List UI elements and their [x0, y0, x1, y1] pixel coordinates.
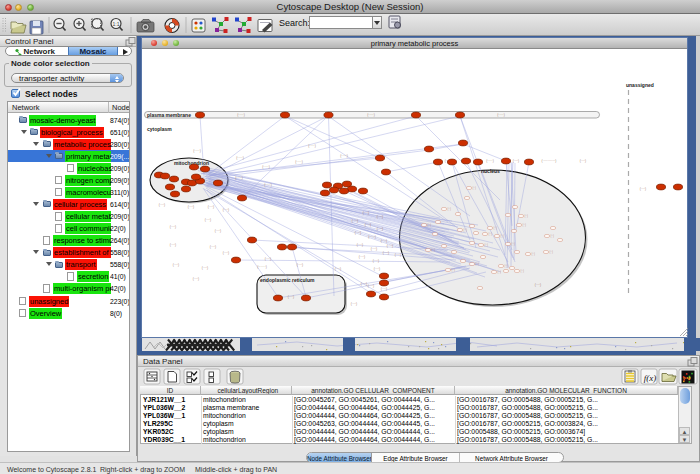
svg-text:(·····): (·····)	[486, 159, 493, 163]
svg-text:(····): (····)	[361, 282, 367, 286]
svg-text:(·····): (·····)	[193, 149, 200, 153]
svg-text:(····): (····)	[215, 229, 221, 233]
svg-text:(··): (··)	[550, 234, 554, 238]
svg-text:(····): (····)	[170, 225, 176, 229]
svg-text:(··): (··)	[472, 186, 476, 190]
svg-text:(····): (····)	[173, 263, 179, 267]
svg-text:(············): (············)	[542, 159, 557, 163]
svg-text:(····): (····)	[355, 231, 361, 235]
svg-text:(··): (··)	[431, 248, 435, 252]
svg-text:(····): (····)	[363, 211, 369, 215]
svg-text:(····): (····)	[377, 227, 383, 231]
svg-text:(····): (····)	[580, 159, 586, 163]
svg-text:(····): (····)	[188, 205, 194, 209]
svg-text:(·······): (·······)	[257, 265, 267, 269]
svg-text:(··): (··)	[524, 214, 528, 218]
svg-text:(····): (····)	[381, 287, 387, 291]
svg-text:(·····): (·····)	[308, 144, 315, 148]
svg-text:(····): (····)	[223, 208, 229, 212]
svg-text:(····): (····)	[205, 218, 211, 222]
svg-text:(····): (····)	[365, 223, 371, 227]
svg-text:(····): (····)	[208, 205, 214, 209]
svg-text:(··): (··)	[497, 270, 501, 274]
svg-text:(··): (··)	[488, 232, 492, 236]
svg-text:(····): (····)	[352, 219, 358, 223]
svg-text:(····): (····)	[513, 159, 519, 163]
svg-text:(·····): (·····)	[340, 154, 347, 158]
svg-text:(····): (····)	[373, 259, 379, 263]
svg-text:(··): (··)	[463, 228, 467, 232]
svg-text:(····): (····)	[371, 247, 377, 251]
svg-text:(··): (··)	[520, 269, 524, 273]
svg-text:(··): (··)	[493, 226, 497, 230]
svg-text:(··): (··)	[447, 207, 451, 211]
svg-text:(····): (····)	[395, 253, 401, 257]
svg-text:(·····): (·····)	[295, 160, 302, 164]
svg-text:(·····): (·····)	[235, 176, 242, 180]
svg-text:(····): (····)	[193, 277, 199, 281]
svg-text:(····): (····)	[381, 239, 387, 243]
svg-text:(····): (····)	[335, 267, 341, 271]
svg-text:(····): (····)	[159, 203, 165, 207]
svg-text:cytoplasm: cytoplasm	[147, 126, 172, 132]
svg-text:(··): (··)	[531, 252, 535, 256]
svg-text:(·····): (·····)	[264, 183, 271, 187]
svg-text:(····): (····)	[377, 215, 383, 219]
svg-text:(··): (··)	[500, 234, 504, 238]
svg-text:(····): (····)	[357, 243, 363, 247]
svg-text:(····): (····)	[359, 255, 365, 259]
svg-text:(····): (····)	[265, 257, 271, 261]
svg-text:plasma membrane: plasma membrane	[147, 112, 191, 118]
svg-text:(·····): (·····)	[497, 113, 504, 117]
svg-text:endoplasmic reticulum: endoplasmic reticulum	[260, 277, 315, 283]
svg-text:nucleus: nucleus	[481, 168, 500, 174]
svg-text:(·····): (·····)	[262, 165, 269, 169]
svg-text:(····): (····)	[288, 295, 294, 299]
svg-text:(·····): (·····)	[367, 113, 374, 117]
svg-text:unassigned: unassigned	[626, 82, 654, 88]
svg-text:(····): (····)	[640, 187, 646, 191]
svg-text:(··): (··)	[504, 264, 508, 268]
svg-text:(····): (····)	[535, 283, 541, 287]
svg-text:(····): (····)	[170, 243, 176, 247]
svg-text:(····): (····)	[351, 302, 357, 306]
svg-text:f(x): f(x)	[644, 373, 657, 383]
svg-text:(··): (··)	[511, 242, 515, 246]
svg-text:(·····): (·····)	[237, 113, 244, 117]
svg-text:(····): (····)	[297, 263, 303, 267]
svg-text:(··): (··)	[475, 262, 479, 266]
svg-text:(····): (····)	[368, 284, 374, 288]
svg-text:(····): (····)	[374, 267, 380, 271]
svg-text:(··): (··)	[451, 268, 455, 272]
svg-text:(····): (····)	[210, 245, 216, 249]
svg-text:(··): (··)	[522, 223, 526, 227]
svg-text:(····): (····)	[383, 251, 389, 255]
svg-text:(··): (··)	[484, 243, 488, 247]
svg-text:(····): (····)	[202, 266, 208, 270]
svg-text:(····): (····)	[387, 244, 393, 248]
svg-text:(··): (··)	[549, 250, 553, 254]
svg-text:(·····): (·····)	[236, 156, 243, 160]
svg-text:(··): (··)	[427, 223, 431, 227]
svg-text:(····): (····)	[223, 251, 229, 255]
svg-text:(·····): (·····)	[368, 235, 375, 239]
svg-text:1:1: 1:1	[113, 21, 120, 27]
